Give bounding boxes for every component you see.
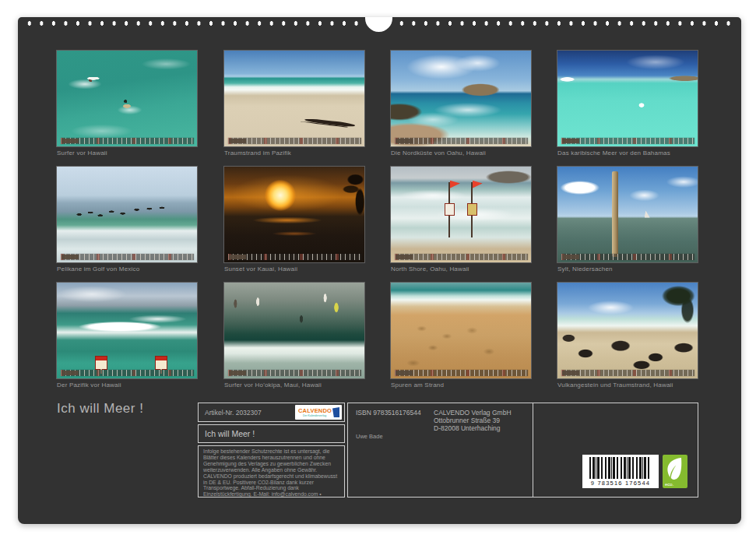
calvendo-logo-tagline: Der Kalenderverlag: [303, 414, 326, 417]
photo-pacific-hawaii: [57, 283, 197, 378]
publisher-line: D-82008 Unterhaching: [434, 424, 512, 432]
photo-caribbean-bahamas: [557, 51, 698, 146]
mini-calendar-strip: [395, 254, 528, 260]
month-thumbnail: Spuren am Strand: [391, 283, 531, 389]
divider: [533, 403, 533, 497]
photo-dream-beach-pacific: [224, 51, 364, 146]
calendar-title: Ich will Meer !: [57, 401, 143, 417]
mini-calendar-strip: [395, 370, 528, 376]
legal-text: Infolge bestehender Schutzrechte ist es …: [203, 448, 339, 498]
eco-logo: eco.: [663, 455, 687, 488]
photo-beach-tracks: [391, 283, 531, 378]
author-name: Uwe Bade: [356, 433, 383, 440]
month-thumbnail: Die Nordküste von Oahu, Hawaii: [391, 51, 531, 156]
mini-calendar-strip: [561, 254, 694, 260]
title-box-text: Ich will Meer !: [205, 429, 255, 438]
photo-pelicans-mexico: [57, 167, 197, 262]
photo-windsurfer-hookipa: [224, 283, 364, 378]
article-number-box: Artikel-Nr. 2032307 CALVENDO Der Kalende…: [198, 403, 345, 422]
publisher-line: CALVENDO Verlag GmbH: [434, 409, 512, 417]
calvendo-logo-text: CALVENDO: [298, 407, 332, 414]
thumbnail-caption: North Shore, Oahu, Hawaii: [391, 265, 531, 272]
hanger-notch: [365, 17, 392, 32]
month-thumbnail: Traumstrand im Pazifik: [224, 51, 364, 156]
publisher-line: Ottobrunner Straße 39: [434, 417, 512, 424]
mini-calendar-strip: [61, 138, 194, 144]
barcode-digits: 9 783516 176544: [582, 480, 659, 487]
isbn-text: ISBN 9783516176544: [356, 409, 421, 417]
calendar-back-cover: Surfer vor Hawaii Traumstrand im Pazifik…: [18, 17, 741, 524]
month-thumbnail: Sunset vor Kauai, Hawaii: [224, 167, 364, 272]
publisher-address: CALVENDO Verlag GmbH Ottobrunner Straße …: [434, 409, 512, 432]
page: Surfer vor Hawaii Traumstrand im Pazifik…: [0, 0, 756, 545]
thumbnail-caption: Die Nordküste von Oahu, Hawaii: [391, 149, 531, 156]
article-number: Artikel-Nr. 2032307: [205, 409, 262, 417]
month-thumbnail: Der Pazifik vor Hawaii: [57, 283, 197, 389]
mini-calendar-strip: [228, 138, 361, 144]
thumbnail-caption: Vulkangestein und Traumstrand, Hawaii: [557, 382, 698, 389]
photo-warning-sign: [95, 356, 107, 370]
publisher-box: ISBN 9783516176544 CALVENDO Verlag GmbH …: [347, 403, 698, 498]
photo-volcanic-rock-beach: [557, 283, 698, 378]
mini-calendar-strip: [228, 370, 361, 376]
month-thumbnail: Surfer vor Ho'okipa, Maui, Hawaii: [224, 283, 364, 389]
photo-sylt-pole: [557, 167, 698, 262]
thumbnail-caption: Surfer vor Hawaii: [57, 149, 197, 156]
mini-calendar-strip: [561, 138, 694, 144]
photo-red-flag: [448, 182, 450, 237]
binding-holes-right: [396, 19, 736, 27]
leaf-icon: [666, 457, 684, 480]
mini-calendar-strip: [228, 254, 361, 260]
thumbnail-caption: Sunset vor Kauai, Hawaii: [224, 265, 364, 272]
month-thumbnail: Surfer vor Hawaii: [57, 51, 197, 156]
calvendo-logo: CALVENDO Der Kalenderverlag: [295, 405, 342, 420]
month-thumbnail: Pelikane im Golf von Mexico: [57, 167, 197, 272]
thumbnail-caption: Das karibische Meer vor den Bahamas: [557, 149, 698, 156]
photo-north-coast-oahu: [391, 51, 531, 146]
photo-red-flag: [471, 182, 473, 237]
mini-calendar-strip: [61, 254, 194, 260]
photo-warning-sign: [155, 356, 167, 370]
month-thumbnail: Sylt, Niedersachen: [557, 167, 698, 272]
month-thumbnail: Das karibische Meer vor den Bahamas: [557, 51, 698, 156]
barcode-bars: [589, 457, 652, 479]
thumbnail-caption: Surfer vor Ho'okipa, Maui, Hawaii: [224, 382, 364, 389]
eco-label: eco.: [665, 482, 673, 487]
photo-north-shore-flags: [391, 167, 531, 262]
thumbnail-caption: Pelikane im Golf von Mexico: [57, 265, 197, 272]
thumbnail-caption: Sylt, Niedersachen: [557, 265, 698, 272]
legal-box: Infolge bestehender Schutzrechte ist es …: [198, 445, 345, 498]
barcode: 9 783516 176544: [582, 455, 659, 488]
month-thumbnail: North Shore, Oahu, Hawaii: [391, 167, 531, 272]
thumbnail-caption: Der Pazifik vor Hawaii: [57, 382, 197, 389]
photo-sunset-kauai: [224, 167, 364, 262]
mini-calendar-strip: [395, 138, 528, 144]
photo-surfer-hawaii: [57, 51, 197, 146]
mini-calendar-strip: [61, 370, 194, 376]
month-thumbnail: Vulkangestein und Traumstrand, Hawaii: [557, 283, 698, 389]
title-box: Ich will Meer !: [198, 424, 345, 443]
binding-holes-left: [23, 19, 364, 27]
thumbnail-caption: Spuren am Strand: [391, 382, 531, 389]
calendar-sheet-icon: [332, 407, 339, 417]
mini-calendar-strip: [561, 370, 694, 376]
thumbnail-caption: Traumstrand im Pazifik: [224, 149, 364, 156]
